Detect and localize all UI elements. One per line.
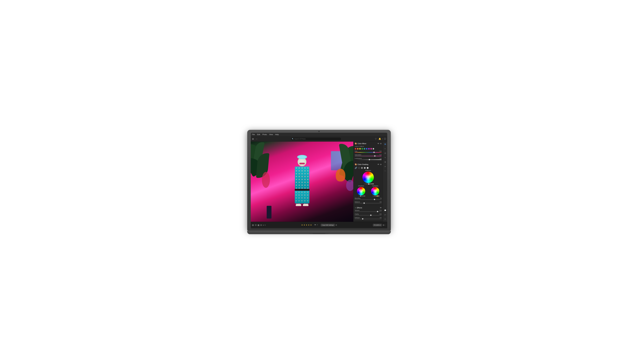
shadows-section: Shadows [357, 185, 365, 196]
icon-sidebar-library[interactable]: ⊞ [384, 142, 387, 146]
icon-sidebar-chat[interactable]: 💬 [384, 209, 387, 212]
shadows-wheel[interactable] [357, 187, 365, 195]
midtones-wheel[interactable] [362, 172, 374, 183]
star-5[interactable]: ★ [310, 224, 312, 226]
grading-shadows-icon[interactable] [358, 167, 360, 169]
grading-whites-icon[interactable] [367, 167, 369, 169]
midtones-label: Midtones [365, 170, 371, 171]
shadows-lum-slider[interactable] [357, 196, 365, 196]
star-2[interactable]: ★ [304, 224, 305, 226]
color-dot-yellow[interactable] [359, 148, 361, 150]
sidebar-toggle-icon[interactable]: ⊞ [252, 138, 254, 140]
balance-thumb[interactable] [363, 202, 365, 204]
luminance-slider[interactable] [355, 160, 381, 160]
copy-edit-settings-button[interactable]: Copy Edit Settings [321, 224, 335, 226]
icon-sidebar-book[interactable]: ✎ [384, 156, 387, 159]
hue-thumb[interactable] [373, 152, 375, 153]
star-4[interactable]: ★ [308, 224, 310, 226]
bell-icon[interactable]: 🔔 [378, 138, 381, 140]
filmstrip-center: ★ ★ ★ ★ ★ ⚑ ⚐ Copy Edit Settings ⚙ [301, 224, 337, 226]
figure-glasses [299, 163, 305, 164]
icon-sidebar-web[interactable]: ⋯ [384, 169, 387, 172]
adjust-value[interactable]: Color ▾ [359, 146, 364, 147]
grid-icon-large[interactable]: ⊞ [252, 224, 254, 226]
highlights-wheel[interactable] [371, 187, 379, 195]
menu-edit[interactable]: Edit [257, 134, 260, 136]
flag-reject-icon[interactable]: ⚐ [317, 224, 318, 226]
flag-icon[interactable]: ⚑ [314, 224, 316, 226]
compare-icon[interactable]: ⊟ [383, 224, 384, 226]
color-dot-blue[interactable] [366, 148, 367, 150]
dehaze-thumb[interactable] [362, 218, 363, 220]
highlights-lum-thumb[interactable] [377, 196, 378, 196]
menu-view[interactable]: View [269, 134, 273, 136]
saturation-thumb[interactable] [374, 155, 375, 156]
clarity-slider[interactable] [355, 215, 381, 216]
texture-thumb[interactable] [377, 211, 378, 212]
sort-icon[interactable]: ≡ [263, 224, 264, 226]
color-dot-red[interactable] [355, 148, 356, 150]
eye-icon[interactable]: 👁 [377, 143, 379, 144]
color-dot-purple[interactable] [368, 148, 370, 150]
forward-icon[interactable]: › [257, 138, 257, 140]
texture-slider[interactable] [355, 212, 381, 212]
icon-sidebar-print[interactable]: ⟳ [384, 165, 387, 168]
color-mixer-header-right: 👁 ⚙ [377, 143, 381, 144]
filmstrip: ⊞ ⊡ ▦ ⊟ ≡ ▾ ★ ★ ★ ★ ★ ⚑ [251, 222, 387, 228]
icon-sidebar-info[interactable]: ⓘ [384, 218, 387, 221]
menu-file[interactable]: File [252, 134, 255, 136]
grading-midtones-icon[interactable] [361, 167, 363, 169]
highlights-dot[interactable] [375, 190, 376, 191]
color-dot-green[interactable] [361, 148, 363, 150]
saturation-slider[interactable] [355, 156, 381, 156]
menu-photo[interactable]: Photo [262, 134, 267, 136]
color-dot-orange[interactable] [357, 148, 359, 150]
icon-sidebar-tag[interactable]: 🏷 [384, 213, 387, 216]
grading-linked-icon[interactable]: 🔗 [355, 167, 357, 169]
shadows-dot[interactable] [360, 190, 361, 191]
filter-icon[interactable]: ▽ [375, 138, 377, 140]
blending-slider[interactable] [355, 199, 381, 200]
star-3[interactable]: ★ [306, 224, 307, 226]
settings-icon[interactable]: ⚙ [380, 143, 381, 144]
share-icon[interactable]: ↑ [382, 138, 383, 140]
dehaze-slider[interactable] [355, 219, 381, 219]
toolbar-left-icons: ⊞ ‹ › [252, 138, 257, 140]
icon-sidebar-develop[interactable]: ≡ [384, 147, 387, 150]
blending-thumb[interactable] [374, 199, 375, 200]
color-dot-teal[interactable] [364, 148, 365, 150]
cg-settings-icon[interactable]: ⚙ [380, 164, 381, 165]
list-icon[interactable]: ⊟ [260, 224, 262, 226]
grading-highlights-icon[interactable] [364, 167, 366, 169]
effects-chevron[interactable]: ▼ [355, 207, 356, 209]
midtones-wheel-dot[interactable] [368, 177, 369, 178]
grid-icon-small[interactable]: ▦ [258, 224, 259, 226]
icon-sidebar-map[interactable]: ◎ [384, 152, 387, 155]
color-dots-row [353, 148, 383, 150]
effects-eye-icon[interactable]: 👁 [380, 207, 381, 209]
luminance-label-row: Luminance −10 [355, 158, 381, 159]
clarity-value: +26 [379, 213, 381, 215]
back-icon[interactable]: ‹ [255, 138, 256, 140]
midtones-lum-thumb[interactable] [368, 183, 369, 185]
settings-gear-icon[interactable]: ⚙ [335, 224, 337, 226]
highlights-lum-slider[interactable] [371, 196, 379, 196]
luminance-thumb[interactable] [369, 159, 370, 160]
zoom-button[interactable]: Fit 100% ▾ [373, 224, 382, 226]
info-icon[interactable]: ⓘ [384, 138, 386, 140]
blending-slider-row: Blending 74 [353, 197, 383, 201]
clarity-thumb[interactable] [370, 214, 371, 216]
star-1[interactable]: ★ [301, 224, 303, 226]
icon-sidebar-slideshow[interactable]: ⊛ [384, 160, 387, 164]
color-dot-magenta[interactable] [370, 148, 372, 150]
menu-help[interactable]: Help [275, 134, 279, 136]
sort-dropdown[interactable]: ▾ [265, 224, 266, 226]
balance-slider[interactable] [355, 203, 381, 204]
shadows-lum-thumb[interactable] [360, 196, 361, 196]
color-dot-white[interactable] [373, 148, 374, 150]
cg-eye-icon[interactable]: 👁 [377, 164, 379, 165]
midtones-luminance-slider[interactable] [362, 184, 374, 184]
hue-slider[interactable] [355, 152, 381, 152]
grid-icon-medium[interactable]: ⊡ [255, 224, 257, 226]
search-bar[interactable]: 🔍 Search All Photos [290, 137, 341, 141]
